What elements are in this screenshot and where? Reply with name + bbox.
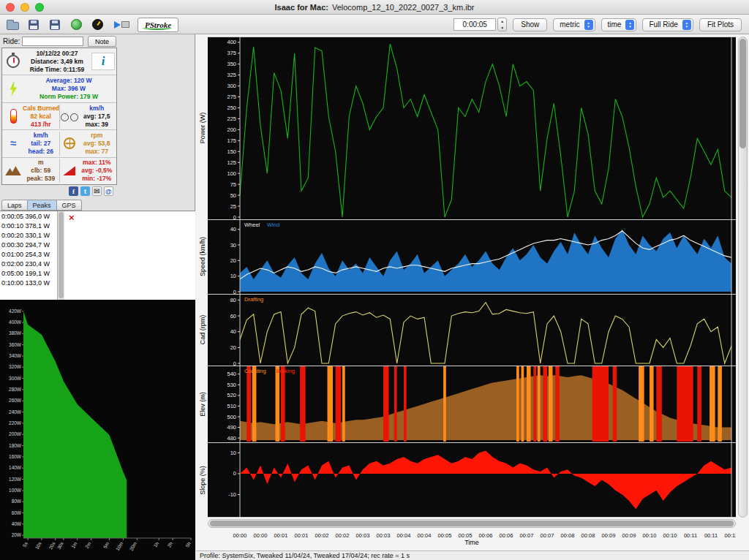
svg-text:-10: -10 [228, 491, 236, 498]
tab-peaks[interactable]: Peaks [28, 200, 57, 211]
ride-time: Ride Time: 0:11:59 [23, 66, 91, 74]
svg-text:00:06: 00:06 [479, 532, 493, 539]
list-item[interactable]: 0:00:10 378,1 W [0, 222, 64, 231]
svg-text:00:10: 00:10 [643, 532, 657, 539]
tab-gps[interactable]: GPS [57, 200, 82, 211]
svg-text:375: 375 [227, 50, 236, 56]
analyze-button[interactable] [68, 18, 84, 32]
peaks-scrollbar[interactable] [57, 211, 64, 300]
svg-text:80: 80 [230, 297, 236, 303]
svg-text:520: 520 [227, 392, 236, 398]
svg-text:20s: 20s [48, 540, 56, 550]
horizontal-scrollbar[interactable] [208, 519, 736, 528]
time-stepper[interactable]: ▲ ▼ [497, 18, 507, 31]
svg-text:340W: 340W [9, 353, 22, 358]
pstroke-button[interactable]: PStroke [138, 18, 178, 32]
speed-avg: avg: 17,5 [79, 113, 116, 121]
speed-cell: km/h avg: 17,5 max: 39 [59, 105, 116, 129]
toolbar: PStroke 0:00:05 ▲ ▼ Show metric ▴▾ time … [0, 15, 749, 34]
cadence-unit: rpm [79, 132, 116, 140]
scrollbar-thumb[interactable] [739, 39, 746, 148]
xaxis-select[interactable]: time ▴▾ [601, 18, 637, 31]
scrollbar-thumb[interactable] [210, 521, 734, 526]
svg-text:400: 400 [227, 39, 236, 45]
plot-stack: Power (W) 025507510012515017520022525027… [197, 37, 736, 518]
zoom-window-button[interactable] [35, 3, 44, 12]
slope-min: min: -17% [79, 175, 116, 183]
svg-text:225: 225 [227, 116, 236, 122]
cadence-plot[interactable]: 020406080Drafting [208, 294, 736, 366]
profile-status-text: Profile: SystemSix, Tweaked 11/04/24, Tw… [200, 552, 410, 559]
svg-text:20: 20 [230, 344, 236, 351]
power-duration-chart: 20W40W60W80W100W120W140W160W180W200W220W… [0, 300, 195, 560]
close-window-button[interactable] [6, 3, 15, 12]
elevation-cell: m clb: 59 peak: 539 [4, 159, 59, 183]
power-average: Average: 120 W [23, 77, 115, 85]
svg-text:10: 10 [230, 273, 236, 279]
cadence-cell: rpm avg: 53,8 max: 77 [59, 132, 116, 156]
list-item[interactable]: 0:10:00 133,0 W [0, 279, 64, 288]
svg-text:260W: 260W [9, 398, 22, 403]
svg-text:240W: 240W [9, 409, 22, 415]
svg-text:20: 20 [230, 257, 236, 264]
save-button[interactable] [26, 18, 42, 32]
twitter-icon[interactable]: t [80, 186, 90, 196]
svg-text:180W: 180W [9, 443, 22, 448]
power-plot[interactable]: 0255075100125150175200225250275300325350… [208, 37, 736, 219]
list-item[interactable]: 0:05:00 199,1 W [0, 269, 64, 279]
floppy-icon [50, 20, 60, 30]
email-icon[interactable]: ✉ [92, 186, 102, 196]
svg-text:400W: 400W [9, 319, 22, 325]
svg-text:00:09: 00:09 [602, 532, 616, 539]
units-select[interactable]: metric ▴▾ [553, 18, 595, 31]
scrollbar-thumb[interactable] [59, 212, 64, 298]
elevation-plot[interactable]: 480490500510520530540CoastingBraking [208, 366, 736, 442]
save-as-button[interactable] [47, 18, 63, 32]
wheel-icon [64, 137, 75, 149]
window-controls [6, 3, 44, 12]
svg-text:275: 275 [227, 94, 236, 100]
share-icon[interactable]: @ [104, 186, 113, 196]
speed-plot[interactable]: 010203040WheelWind [208, 219, 736, 294]
bicycle-icon [61, 112, 78, 121]
list-item[interactable]: 0:02:00 230,4 W [0, 260, 64, 269]
list-item[interactable]: 0:00:05 396,0 W [0, 212, 64, 222]
svg-text:Coasting: Coasting [244, 368, 266, 374]
svg-text:00:04: 00:04 [418, 532, 432, 539]
send-to-device-button[interactable] [110, 18, 132, 32]
slope-avg: avg: -0,5% [79, 167, 116, 175]
fit-plots-button[interactable]: Fit Plots [699, 18, 742, 31]
cursor-time-field[interactable]: 0:00:05 [453, 18, 496, 31]
range-select[interactable]: Full Ride ▴▾ [642, 18, 693, 31]
svg-text:540: 540 [227, 371, 236, 377]
tab-laps[interactable]: Laps [1, 200, 28, 211]
svg-text:480: 480 [227, 435, 236, 442]
ride-name-input[interactable] [22, 37, 83, 46]
facebook-icon[interactable]: f [69, 186, 78, 196]
list-item[interactable]: 0:01:00 254,3 W [0, 250, 64, 260]
list-item[interactable]: 0:00:20 330,1 W [0, 231, 64, 241]
slope-plot[interactable]: -10010 [208, 442, 736, 518]
minimize-window-button[interactable] [20, 3, 29, 12]
svg-text:00:11: 00:11 [684, 532, 697, 539]
titlebar: Isaac for Mac:Velocomp_12_10_2022_0027_3… [0, 0, 749, 15]
list-item[interactable]: 0:00:30 294,7 W [0, 241, 64, 250]
wind-icon: ≈ [10, 138, 16, 148]
elev-climb: clb: 59 [23, 167, 59, 175]
note-button[interactable]: Note [88, 36, 116, 47]
svg-text:10m: 10m [115, 541, 124, 551]
summary-row-wind-cadence: ≈ km/h tail: 27 head: 26 rpm avg: 53,8 m… [2, 130, 116, 157]
stepper-down-icon[interactable]: ▼ [498, 25, 506, 31]
show-button[interactable]: Show [513, 18, 547, 31]
stepper-up-icon[interactable]: ▲ [498, 18, 506, 25]
svg-text:2h: 2h [166, 541, 173, 548]
svg-text:140W: 140W [9, 465, 22, 470]
peaks-list: 0:00:05 396,0 W0:00:10 378,1 W0:00:20 33… [0, 211, 64, 300]
vertical-scrollbar[interactable] [738, 37, 748, 518]
svg-text:00:00: 00:00 [254, 532, 268, 539]
cals-rate: 413 /hr [23, 121, 59, 129]
svg-text:0: 0 [233, 214, 236, 220]
powermeter-button[interactable] [89, 18, 105, 32]
open-file-button[interactable] [4, 18, 20, 32]
close-peaks-button[interactable]: × [69, 213, 75, 222]
